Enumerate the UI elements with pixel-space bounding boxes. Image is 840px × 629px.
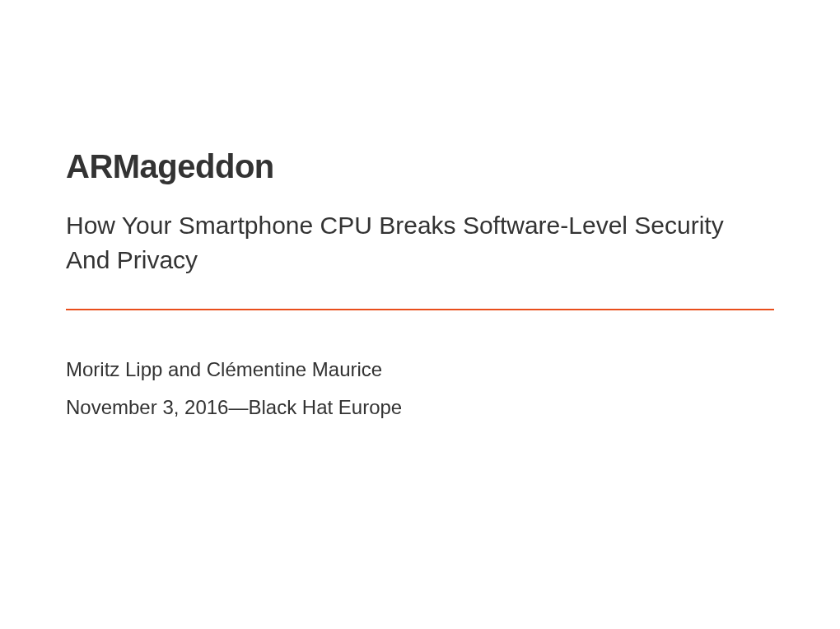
slide-subtitle: How Your Smartphone CPU Breaks Software-…: [66, 208, 725, 277]
slide-authors: Moritz Lipp and Clémentine Maurice: [66, 358, 774, 381]
slide-container: ARMageddon How Your Smartphone CPU Break…: [0, 0, 840, 629]
divider-line: [66, 309, 774, 310]
slide-date-venue: November 3, 2016—Black Hat Europe: [66, 396, 774, 419]
slide-title: ARMageddon: [66, 148, 774, 185]
